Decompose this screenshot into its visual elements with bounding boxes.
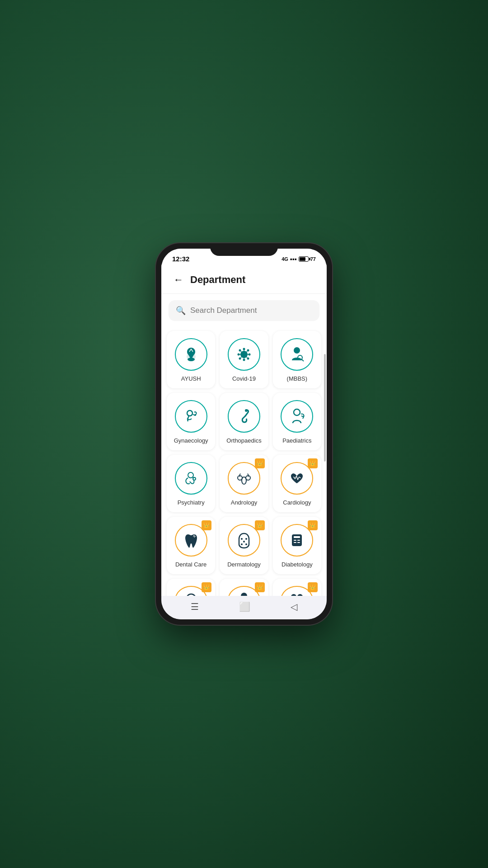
dept-card-14[interactable]: 👑 (220, 579, 268, 596)
signal-icon: ▪▪▪ (290, 255, 297, 263)
svg-rect-42 (297, 542, 300, 543)
andro-icon (234, 468, 254, 489)
dept-ayush-label: AYUSH (181, 375, 201, 383)
svg-point-19 (294, 347, 300, 354)
dept-covid19-label: Covid-19 (232, 375, 256, 383)
dept-card-mbbs[interactable]: (MBBS) (273, 331, 321, 388)
dept-card-cardiology[interactable]: 👑 Cardiology (273, 455, 321, 512)
dept-dermatology-label: Dermatology (227, 561, 261, 569)
search-input[interactable] (190, 306, 312, 315)
svg-rect-38 (294, 536, 300, 538)
svg-point-28 (192, 477, 194, 478)
svg-point-46 (291, 594, 296, 596)
dept-card-orthopaedics[interactable]: Orthopaedics (220, 393, 268, 450)
dept-card-dental[interactable]: 👑 Dental Care (167, 517, 215, 574)
psych-icon-circle (175, 462, 207, 495)
ayush-icon (181, 344, 202, 365)
svg-line-21 (302, 359, 304, 361)
paed-icon (286, 406, 307, 427)
bottom-nav: ☰ ⬜ ◁ (161, 596, 327, 619)
dept-card-psychiatry[interactable]: Psychiatry (167, 455, 215, 512)
dept-orthopaedics-label: Orthopaedics (226, 437, 261, 445)
battery-percent: 77 (310, 256, 316, 262)
network-icon: 4G (282, 256, 288, 262)
person-icon (234, 590, 254, 596)
ayush-icon-circle (175, 338, 207, 371)
doctor-icon (286, 344, 307, 365)
battery-icon (299, 256, 309, 262)
menu-nav-button[interactable]: ☰ (191, 601, 199, 612)
battery-fill (300, 257, 306, 261)
page-title: Department (190, 274, 245, 286)
svg-point-7 (239, 349, 241, 352)
brain-icon (181, 590, 202, 596)
svg-rect-37 (292, 534, 302, 546)
svg-point-47 (297, 594, 303, 596)
svg-point-24 (245, 409, 248, 412)
diab-icon (286, 530, 307, 551)
svg-point-8 (247, 349, 249, 352)
departments-grid: AYUSH (161, 327, 327, 596)
svg-point-32 (241, 538, 243, 540)
home-nav-button[interactable]: ⬜ (239, 601, 250, 612)
dept-card-diabetology[interactable]: 👑 Diabetology (273, 517, 321, 574)
cardiology-premium-badge: 👑 (308, 458, 318, 468)
search-box: 🔍 (169, 300, 319, 321)
notch (210, 243, 278, 256)
search-container: 🔍 (161, 294, 327, 327)
header: ← Department (161, 264, 327, 294)
dept-andrology-label: Andrology (231, 499, 258, 507)
ortho-icon (234, 406, 254, 427)
screen-content: ← Department 🔍 (161, 264, 327, 596)
svg-point-34 (243, 541, 245, 542)
dept-card-ayush[interactable]: AYUSH (167, 331, 215, 388)
dept-gynaecology-label: Gynaecology (174, 437, 208, 445)
gynae-icon-circle (175, 400, 207, 433)
dept-card-gynaecology[interactable]: Gynaecology (167, 393, 215, 450)
covid-icon-circle (228, 338, 260, 371)
dept-card-andrology[interactable]: 👑 Andrology (220, 455, 268, 512)
dept-card-covid19[interactable]: Covid-19 (220, 331, 268, 388)
derm-icon (234, 530, 254, 551)
dept-card-dermatology[interactable]: 👑 Dermatology (220, 517, 268, 574)
scrollbar[interactable] (324, 354, 326, 462)
dept-dental-label: Dental Care (175, 561, 206, 569)
dept14-premium-badge: 👑 (255, 582, 265, 592)
svg-rect-41 (294, 542, 296, 543)
svg-point-9 (239, 358, 241, 360)
svg-point-35 (241, 543, 243, 545)
dept-paediatrics-label: Paediatrics (282, 437, 311, 445)
search-icon: 🔍 (176, 306, 186, 316)
dept-card-paediatrics[interactable]: Paediatrics (273, 393, 321, 450)
psych-icon (181, 468, 202, 489)
ortho-icon-circle (228, 400, 260, 433)
back-nav-button[interactable]: ◁ (291, 601, 297, 612)
phone-screen: 12:32 4G ▪▪▪ 77 ← Department (161, 249, 327, 619)
svg-point-43 (187, 594, 196, 596)
dental-premium-badge: 👑 (202, 520, 211, 530)
svg-point-23 (194, 414, 196, 416)
svg-point-36 (245, 543, 247, 545)
svg-point-5 (237, 354, 239, 356)
people-icon (286, 590, 307, 596)
status-icons: 4G ▪▪▪ 77 (282, 255, 316, 263)
back-button[interactable]: ← (170, 272, 187, 288)
svg-point-10 (247, 358, 249, 360)
status-time: 12:32 (172, 255, 189, 263)
doctor-icon-circle (281, 338, 313, 371)
svg-point-26 (188, 472, 193, 478)
dept-card-15[interactable]: 👑 (273, 579, 321, 596)
covid-icon (234, 344, 254, 365)
dept-mbbs-label: (MBBS) (287, 375, 308, 383)
svg-point-45 (241, 593, 247, 596)
dept-card-13[interactable]: 👑 (167, 579, 215, 596)
svg-point-33 (245, 538, 247, 540)
svg-rect-40 (297, 540, 300, 541)
dept-psychiatry-label: Psychiatry (178, 499, 205, 507)
svg-point-25 (294, 409, 300, 415)
svg-point-3 (243, 348, 245, 350)
back-arrow-icon: ← (174, 274, 183, 286)
dept15-premium-badge: 👑 (308, 582, 318, 592)
diab-premium-badge: 👑 (308, 520, 318, 530)
dept13-premium-badge: 👑 (202, 582, 211, 592)
